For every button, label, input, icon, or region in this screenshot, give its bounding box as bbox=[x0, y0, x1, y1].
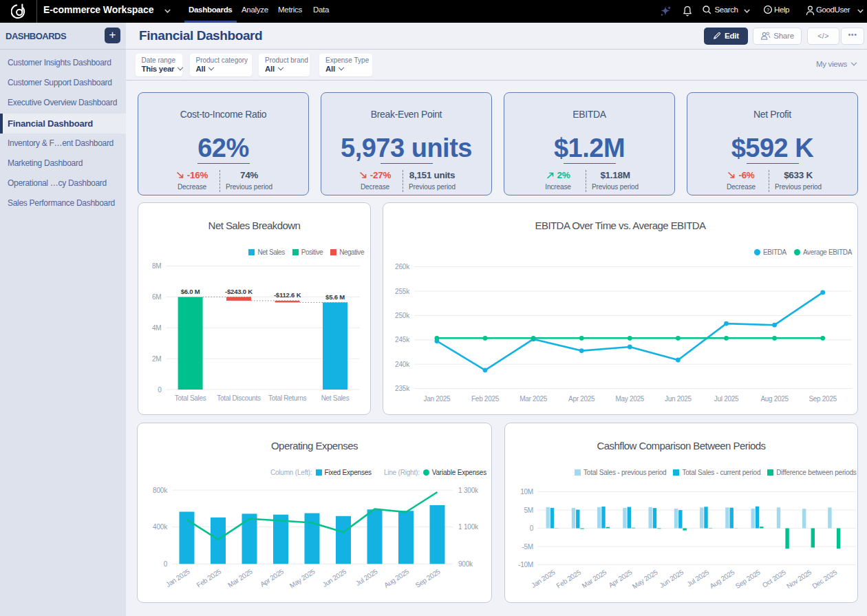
svg-text:Jul 2025: Jul 2025 bbox=[354, 567, 379, 587]
svg-text:1 100k: 1 100k bbox=[458, 523, 479, 531]
svg-text:Aug 2025: Aug 2025 bbox=[383, 567, 411, 589]
svg-text:1 300k: 1 300k bbox=[458, 487, 479, 494]
svg-text:0: 0 bbox=[158, 386, 162, 394]
svg-text:250k: 250k bbox=[395, 312, 410, 319]
svg-text:Feb 2025: Feb 2025 bbox=[555, 568, 582, 589]
svg-text:Total Sales: Total Sales bbox=[175, 394, 206, 402]
svg-text:800k: 800k bbox=[153, 487, 168, 494]
svg-text:240k: 240k bbox=[395, 361, 410, 368]
svg-text:Oct 2025: Oct 2025 bbox=[761, 568, 788, 588]
svg-text:Jun 2025: Jun 2025 bbox=[321, 567, 348, 588]
svg-text:Jun 2025: Jun 2025 bbox=[658, 568, 685, 589]
svg-text:$5.6 M: $5.6 M bbox=[325, 293, 345, 301]
svg-text:May 2025: May 2025 bbox=[616, 395, 645, 403]
svg-text:Feb 2025: Feb 2025 bbox=[471, 395, 500, 403]
svg-text:?: ? bbox=[766, 7, 769, 13]
svg-text:4M: 4M bbox=[152, 324, 162, 332]
svg-text:Total Discounts: Total Discounts bbox=[217, 394, 261, 402]
svg-text:Sep 2025: Sep 2025 bbox=[414, 567, 442, 589]
svg-text:900k: 900k bbox=[458, 560, 473, 568]
svg-text:6M: 6M bbox=[152, 293, 162, 301]
svg-text:Dec 2025: Dec 2025 bbox=[811, 568, 838, 590]
svg-text:245k: 245k bbox=[395, 336, 410, 343]
svg-text:8M: 8M bbox=[152, 262, 162, 270]
svg-text:Mar 2025: Mar 2025 bbox=[226, 567, 254, 588]
svg-text:Jan 2025: Jan 2025 bbox=[424, 395, 451, 403]
svg-text:May 2025: May 2025 bbox=[288, 567, 317, 589]
svg-text:Mar 2025: Mar 2025 bbox=[581, 568, 608, 589]
svg-text:260k: 260k bbox=[395, 263, 410, 270]
svg-text:Apr 2025: Apr 2025 bbox=[607, 568, 634, 588]
svg-text:0: 0 bbox=[164, 560, 168, 568]
svg-text:-$243.0 K: -$243.0 K bbox=[225, 288, 253, 295]
svg-text:255k: 255k bbox=[395, 288, 410, 295]
svg-text:-5M: -5M bbox=[522, 543, 533, 551]
svg-text:Net Sales: Net Sales bbox=[321, 394, 350, 402]
svg-text:Jul 2025: Jul 2025 bbox=[685, 568, 710, 588]
svg-text:-$112.6 K: -$112.6 K bbox=[274, 291, 301, 299]
svg-text:Jan 2025: Jan 2025 bbox=[530, 568, 557, 589]
svg-text:400k: 400k bbox=[153, 523, 168, 531]
svg-text:0: 0 bbox=[530, 524, 534, 532]
svg-text:Apr 2025: Apr 2025 bbox=[568, 395, 595, 403]
svg-text:Aug 2025: Aug 2025 bbox=[708, 568, 736, 590]
svg-text:235k: 235k bbox=[395, 385, 410, 392]
svg-text:Feb 2025: Feb 2025 bbox=[195, 567, 223, 588]
svg-text:5M: 5M bbox=[524, 507, 534, 514]
svg-text:Nov 2025: Nov 2025 bbox=[785, 568, 813, 590]
svg-text:Mar 2025: Mar 2025 bbox=[520, 395, 548, 403]
svg-text:$6.0 M: $6.0 M bbox=[181, 288, 200, 295]
svg-text:Sep 2025: Sep 2025 bbox=[809, 395, 837, 403]
svg-text:Total Returns: Total Returns bbox=[268, 394, 306, 402]
svg-text:Jan 2025: Jan 2025 bbox=[164, 567, 191, 588]
svg-text:2M: 2M bbox=[152, 355, 162, 363]
svg-text:Apr 2025: Apr 2025 bbox=[259, 567, 286, 588]
svg-text:Aug 2025: Aug 2025 bbox=[760, 395, 789, 403]
svg-text:Sep 2025: Sep 2025 bbox=[734, 568, 762, 590]
svg-text:May 2025: May 2025 bbox=[631, 568, 659, 590]
svg-text:10M: 10M bbox=[520, 488, 533, 496]
svg-text:Jun 2025: Jun 2025 bbox=[665, 395, 692, 403]
svg-text:Jul 2025: Jul 2025 bbox=[714, 395, 739, 403]
svg-text:-10M: -10M bbox=[518, 561, 533, 569]
